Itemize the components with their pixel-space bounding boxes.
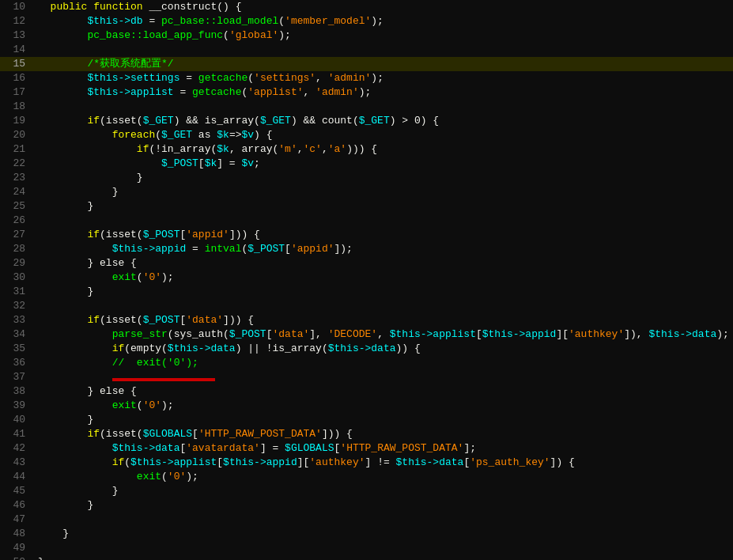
token-plain: } xyxy=(87,499,93,511)
line-content: if($this->applist[$this->appid]['authkey… xyxy=(32,456,733,470)
token-plain: ); xyxy=(161,399,174,411)
line-content: pc_base::load_app_func('global'); xyxy=(32,28,733,43)
line-content: $this->settings = getcache('settings', '… xyxy=(32,71,733,85)
token-str: 'authkey' xyxy=(309,456,365,468)
line-content: } xyxy=(32,527,733,541)
token-str: 'HTTP_RAW_POST_DATA' xyxy=(198,428,322,440)
token-str: 'ps_auth_key' xyxy=(470,456,550,468)
token-comment: // exit('0'); xyxy=(112,357,198,369)
line-number: 29 xyxy=(0,256,32,271)
token-str: 'm' xyxy=(278,143,297,155)
token-plain: ])) { xyxy=(322,428,353,440)
token-var: $this->data xyxy=(396,456,464,468)
token-plain xyxy=(38,243,112,255)
line-content: if(!in_array($k, array('m','c','a'))) { xyxy=(32,142,733,157)
line-number: 36 xyxy=(0,356,32,370)
token-plain: } xyxy=(87,414,93,426)
token-plain: )) { xyxy=(396,342,421,354)
line-number: 30 xyxy=(0,271,32,285)
token-fn-name: pc_base::load_model xyxy=(161,15,278,27)
line-number: 15 xyxy=(0,57,32,71)
token-plain xyxy=(38,428,87,440)
line-content: } xyxy=(32,285,733,299)
token-plain: (sys_auth( xyxy=(168,328,229,340)
token-plain xyxy=(38,371,112,383)
token-plain xyxy=(38,442,112,454)
code-line: 23 } xyxy=(0,171,733,185)
token-var: $_GET xyxy=(143,115,174,127)
line-number: 28 xyxy=(0,242,32,256)
code-line: 14 xyxy=(0,43,733,57)
line-content: $this->data['avatardata'] = $GLOBALS['HT… xyxy=(32,441,733,456)
code-line: 33 if(isset($_POST['data'])) { xyxy=(0,313,733,327)
line-content: } xyxy=(32,199,733,214)
token-plain xyxy=(38,471,137,482)
line-number: 20 xyxy=(0,128,32,142)
token-plain xyxy=(38,286,87,297)
code-line: 39 exit('0'); xyxy=(0,399,733,413)
line-number: 40 xyxy=(0,413,32,427)
line-content: $this->db = pc_base::load_model('member_… xyxy=(32,14,733,28)
token-plain: (!in_array( xyxy=(149,143,217,155)
code-line: 24 } xyxy=(0,185,733,199)
token-kw-foreach: foreach xyxy=(112,129,156,141)
token-plain: , xyxy=(315,72,328,84)
line-content: } xyxy=(32,413,733,427)
token-plain: [ xyxy=(217,456,223,468)
line-content: } xyxy=(32,484,733,498)
token-plain xyxy=(38,342,112,354)
token-plain: ]; xyxy=(463,442,476,454)
token-str: '0' xyxy=(143,399,161,411)
token-plain xyxy=(38,29,87,41)
code-line: 25 } xyxy=(0,199,733,214)
code-line: 34 parse_str(sys_auth($_POST['data'], 'D… xyxy=(0,327,733,342)
token-plain: } xyxy=(62,528,69,539)
line-number: 21 xyxy=(0,142,32,157)
token-plain: (isset( xyxy=(100,115,143,127)
token-plain xyxy=(38,414,87,426)
token-plain: ] = xyxy=(217,157,241,169)
code-line: 22 $_POST[$k] = $v; xyxy=(0,157,733,171)
token-str: 'admin' xyxy=(315,86,359,98)
code-line: 27 if(isset($_POST['appid'])) { xyxy=(0,228,733,242)
token-plain: = xyxy=(174,86,192,98)
line-content: } xyxy=(32,555,733,560)
line-number: 37 xyxy=(0,370,32,384)
token-var: $_POST xyxy=(143,229,180,240)
token-str: 'appid' xyxy=(186,229,229,240)
token-kw-function: function xyxy=(93,1,142,13)
token-plain xyxy=(38,129,112,141)
token-plain: } xyxy=(112,485,119,497)
token-var: $this->applist xyxy=(390,328,476,340)
code-line: 13 pc_base::load_app_func('global'); xyxy=(0,28,733,43)
token-plain xyxy=(38,229,87,240)
token-plain: , xyxy=(297,143,304,155)
token-plain: ) || !is_array( xyxy=(236,342,328,354)
token-plain xyxy=(38,157,161,169)
token-plain xyxy=(38,15,87,27)
line-content: exit('0'); xyxy=(32,470,733,484)
code-line: 48 } xyxy=(0,527,733,541)
line-number: 50 xyxy=(0,555,32,560)
token-plain xyxy=(38,200,87,212)
token-plain: ))) { xyxy=(346,143,377,155)
token-plain: } else { xyxy=(87,257,136,269)
token-plain: ); xyxy=(278,29,291,41)
line-content xyxy=(32,214,733,228)
line-number: 17 xyxy=(0,85,32,100)
token-var: $v xyxy=(241,157,254,169)
code-line: 37 xyxy=(0,370,733,384)
red-marker xyxy=(112,378,215,381)
code-line: 29 } else { xyxy=(0,256,733,271)
token-plain: ) > 0) { xyxy=(390,115,439,127)
token-plain: ])) { xyxy=(223,314,254,326)
token-plain xyxy=(38,528,62,539)
token-plain: , xyxy=(377,328,390,340)
code-line: 47 xyxy=(0,513,733,527)
line-content xyxy=(32,513,733,527)
line-number: 22 xyxy=(0,157,32,171)
token-plain: ); xyxy=(716,328,729,340)
token-var: $_POST xyxy=(161,157,198,169)
token-plain: } xyxy=(137,172,143,184)
code-line: 38 } else { xyxy=(0,384,733,399)
